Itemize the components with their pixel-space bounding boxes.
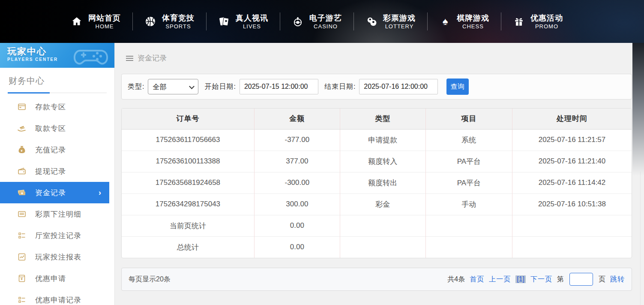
filter-panel: 类型: 全部 开始日期: 结束日期: 查询 [121,74,632,100]
col-header-amount: 金额 [254,109,340,129]
sidebar-item-label: 彩票下注明细 [35,209,81,219]
sidebar-item-withdrawal-record[interactable]: 提现记录 [0,160,114,182]
nav-label-cn: 彩票游戏 [383,13,416,23]
sidebar-item-label: 取款专区 [35,124,66,133]
chart-report-icon [17,252,27,262]
cell-amount: 377.00 [254,151,340,172]
sidebar-item-lottery-bet-detail[interactable]: 彩票下注明细 [0,203,114,225]
nav-label-cn: 棋牌游戏 [457,13,489,23]
nav-item-promo[interactable]: 优惠活动 PROMO [501,0,575,43]
table-row: 1752634298175043 300.00 彩金 手动 2025-07-16… [122,193,632,215]
cell-order-no: 1752634298175043 [122,193,254,215]
sidebar-item-recharge-record[interactable]: ¥ 充值记录 [0,139,114,160]
end-date-label: 结束日期: [324,82,356,91]
cell-order-no: 总统计 [122,236,254,258]
cell-amount: 0.00 [254,236,340,258]
nav-item-home[interactable]: 网站首页 HOME [59,0,132,43]
col-header-type: 类型 [340,109,425,129]
spade-icon: ♠ [439,15,451,27]
nav-label-en: CASINO [309,23,342,30]
section-underline [8,92,107,93]
players-center-header: 玩家中心 PLAYERS CENTER [0,43,114,68]
sidebar-item-withdraw[interactable]: 取款专区 [0,118,114,139]
jump-prefix-label: 第 [557,275,564,284]
current-page: [1] [515,275,526,283]
finance-section-title: 财务中心 [0,68,114,87]
basketball-icon [144,15,156,27]
nav-item-sports[interactable]: 体育竞技 SPORTS [133,0,206,43]
next-page-link[interactable]: 下一页 [530,275,552,284]
breadcrumb: 资金记录 [126,53,644,63]
cell-amount: -300.00 [254,172,340,193]
sidebar-item-funds-record[interactable]: 资金记录 › [0,182,109,203]
wallet-icon [17,166,27,176]
end-date-input[interactable] [359,79,438,94]
cell-type [340,215,425,236]
cell-item: PA平台 [425,172,512,193]
per-page-label: 每页显示20条 [129,275,171,284]
table-row: 1752636100113388 377.00 额度转入 PA平台 2025-0… [122,151,632,172]
gift-icon [513,15,525,27]
cell-time: 2025-07-16 11:14:42 [512,172,632,193]
cell-item: PA平台 [425,151,512,172]
top-navigation: 网站首页 HOME 体育竞技 SPORTS 真人视讯 LIVES 电子游艺 CA… [0,0,644,43]
nav-label-cn: 优惠活动 [530,13,563,23]
nav-item-chess[interactable]: ♠ 棋牌游戏 CHESS [428,0,501,43]
roulette-icon [292,15,304,27]
cell-order-no: 1752636100113388 [122,151,254,172]
table-row: 1752635681924658 -300.00 额度转出 PA平台 2025-… [122,172,632,193]
cell-amount: -377.00 [254,129,340,151]
sidebar-item-label: 资金记录 [35,188,66,198]
cell-type: 彩金 [340,193,425,215]
search-button[interactable]: 查询 [446,79,469,95]
table-header-row: 订单号 金额 类型 项目 处理时间 [122,109,632,129]
nav-label-cn: 网站首页 [88,13,121,23]
table-row-grand-total: 总统计 0.00 [122,236,632,258]
gamepad-icon [71,45,110,68]
chevron-right-icon: › [99,188,102,197]
sidebar-item-promo-apply[interactable]: ¥ 优惠申请 [0,268,114,289]
nav-label-en: LIVES [236,23,268,30]
cards-icon [218,15,230,27]
cell-item: 系统 [425,129,512,151]
cell-order-no: 1752636117056663 [122,129,254,151]
nav-item-casino[interactable]: 电子游艺 CASINO [280,0,353,43]
col-header-order-no: 订单号 [122,109,254,129]
sidebar-item-deposit[interactable]: 存款专区 [0,96,114,118]
lottery-balls-icon [365,15,377,27]
cell-time: 2025-07-16 11:21:40 [512,151,632,172]
funds-table: 订单号 金额 类型 项目 处理时间 1752636117056663 -377.… [122,109,632,258]
nav-label-cn: 体育竞技 [162,13,195,23]
page-jump-input[interactable] [569,273,593,286]
sidebar-item-label: 存款专区 [35,102,66,112]
nav-item-lives[interactable]: 真人视讯 LIVES [207,0,280,43]
cell-amount: 0.00 [254,215,340,236]
home-icon [71,15,83,27]
sidebar-item-room-bet-record[interactable]: 厅室投注记录 [0,225,114,246]
start-date-label: 开始日期: [204,82,236,91]
sidebar-item-label: 提现记录 [35,166,66,176]
svg-text:¥: ¥ [21,149,23,153]
nav-item-lottery[interactable]: 彩票游戏 LOTTERY [354,0,427,43]
type-label: 类型: [128,82,144,91]
type-select[interactable]: 全部 [148,79,198,94]
cell-item: 手动 [425,193,512,215]
start-date-input[interactable] [240,79,318,94]
list-card-icon [17,209,27,219]
cell-time [512,215,632,236]
sidebar-item-label: 厅室投注记录 [35,231,81,241]
nav-label-cn: 电子游艺 [309,13,342,23]
main-content: 资金记录 类型: 全部 开始日期: 结束日期: 查询 订单号 金额 类型 项目 … [115,43,644,305]
first-page-link[interactable]: 首页 [470,275,484,284]
jump-link[interactable]: 跳转 [610,275,625,284]
cell-type: 额度转出 [340,172,425,193]
sidebar-item-player-bet-report[interactable]: 玩家投注报表 [0,246,114,268]
sidebar-item-promo-apply-record[interactable]: 优惠申请记录 [0,289,114,305]
money-bag-icon: ¥ [17,145,27,154]
cell-order-no: 当前页统计 [122,215,254,236]
right-divider-line [640,172,641,305]
prev-page-link[interactable]: 上一页 [489,275,511,284]
cell-time: 2025-07-16 11:21:57 [512,129,632,151]
red-packet-icon: ¥ [17,274,27,283]
sidebar-menu: 存款专区 取款专区 ¥ 充值记录 提现记录 资金记录 › [0,96,114,305]
